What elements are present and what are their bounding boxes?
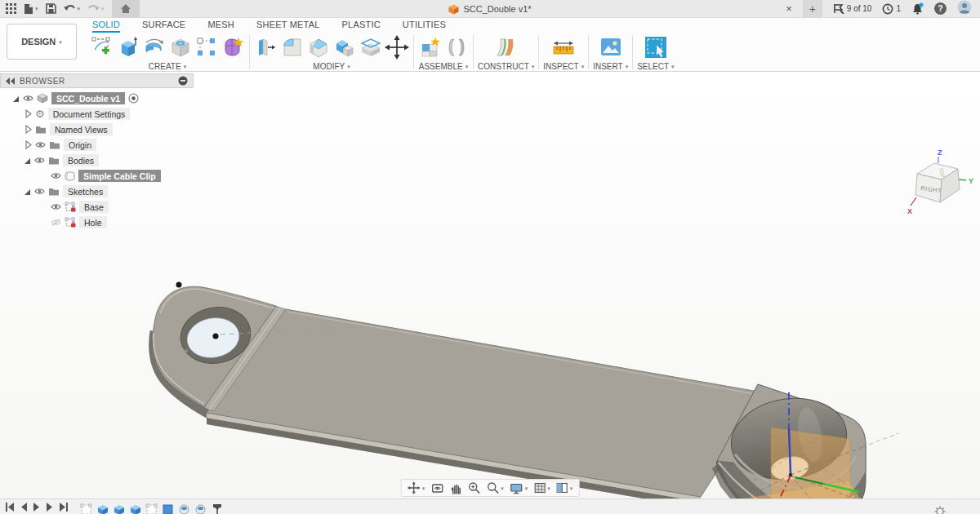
grid-settings-button[interactable]: ▾ bbox=[533, 482, 550, 494]
tab-plastic[interactable]: PLASTIC bbox=[342, 20, 381, 33]
tree-row-sketches[interactable]: Sketches bbox=[0, 184, 194, 199]
move-button[interactable] bbox=[385, 34, 409, 60]
visibility-eye-icon[interactable] bbox=[35, 140, 46, 149]
new-tab-button[interactable]: + bbox=[803, 0, 822, 18]
home-view-button[interactable] bbox=[112, 0, 140, 18]
notifications-button[interactable] bbox=[911, 2, 924, 15]
close-tab-button[interactable]: × bbox=[786, 2, 792, 15]
insert-canvas-button[interactable] bbox=[599, 34, 623, 60]
tree-label[interactable]: Simple Cable Clip bbox=[78, 170, 161, 182]
step-back-button[interactable] bbox=[20, 503, 28, 512]
activate-component-radio[interactable] bbox=[128, 93, 139, 104]
collapse-icon[interactable] bbox=[24, 125, 32, 134]
display-mode-icon[interactable] bbox=[178, 76, 188, 86]
group-label-inspect[interactable]: INSPECT▾ bbox=[543, 62, 584, 71]
view-cube[interactable]: Z TOP RIGHT Y X bbox=[906, 147, 975, 219]
visibility-eye-icon[interactable] bbox=[23, 94, 33, 103]
play-button[interactable] bbox=[33, 503, 41, 512]
tree-label[interactable]: Named Views bbox=[50, 123, 113, 135]
new-component-button[interactable] bbox=[418, 34, 443, 60]
revolve-button[interactable] bbox=[142, 34, 167, 60]
file-menu-button[interactable]: ▾ bbox=[24, 3, 38, 15]
viewports-button[interactable]: ▾ bbox=[556, 482, 573, 494]
collapse-icon[interactable] bbox=[24, 140, 32, 149]
visibility-eye-icon[interactable] bbox=[51, 202, 61, 211]
visibility-eye-icon[interactable] bbox=[34, 156, 45, 165]
offset-face-button[interactable] bbox=[359, 34, 383, 60]
tree-label[interactable]: Bodies bbox=[63, 154, 99, 166]
undo-button[interactable]: ▾ bbox=[64, 4, 81, 14]
save-button[interactable] bbox=[46, 3, 56, 14]
select-button[interactable] bbox=[644, 34, 668, 60]
tree-label[interactable]: Sketches bbox=[63, 185, 108, 197]
feature-extrude[interactable] bbox=[96, 503, 109, 514]
workspace-switcher[interactable]: DESIGN ▾ bbox=[7, 24, 77, 60]
tree-row-named-views[interactable]: Named Views bbox=[0, 122, 194, 137]
group-label-create[interactable]: CREATE▾ bbox=[149, 62, 186, 71]
tree-row-sketch-base[interactable]: Base bbox=[0, 199, 194, 215]
display-settings-button[interactable]: ▾ bbox=[510, 482, 528, 494]
timeline-settings-gear-icon[interactable] bbox=[934, 506, 946, 514]
expand-icon[interactable] bbox=[23, 157, 31, 165]
visibility-eye-icon[interactable] bbox=[51, 171, 61, 180]
history-button[interactable]: 1 bbox=[882, 3, 901, 15]
help-button[interactable]: ? bbox=[934, 2, 947, 15]
tab-sheet-metal[interactable]: SHEET METAL bbox=[256, 20, 320, 33]
tab-mesh[interactable]: MESH bbox=[207, 20, 234, 33]
tab-solid[interactable]: SOLID bbox=[92, 20, 120, 33]
tree-label[interactable]: Hole bbox=[79, 216, 107, 228]
timeline-playhead[interactable] bbox=[212, 503, 222, 514]
tree-label[interactable]: Document Settings bbox=[48, 108, 131, 120]
group-label-modify[interactable]: MODIFY▾ bbox=[313, 62, 350, 71]
expand-icon[interactable] bbox=[11, 95, 20, 103]
tree-row-root[interactable]: SCC_Double v1 bbox=[0, 91, 194, 106]
tree-row-sketch-hole[interactable]: Hole bbox=[0, 215, 194, 230]
zoom-button[interactable] bbox=[467, 481, 480, 494]
extrude-button[interactable] bbox=[116, 34, 140, 60]
group-label-insert[interactable]: INSERT▾ bbox=[593, 62, 628, 71]
feature-hole[interactable] bbox=[178, 503, 190, 514]
tree-row-body-simple-cable-clip[interactable]: Simple Cable Clip bbox=[0, 168, 194, 184]
group-label-construct[interactable]: CONSTRUCT▾ bbox=[478, 62, 534, 71]
feature-box[interactable] bbox=[162, 503, 174, 514]
group-label-assemble[interactable]: ASSEMBLE▾ bbox=[419, 62, 468, 71]
tree-label[interactable]: Base bbox=[79, 201, 109, 213]
combine-button[interactable] bbox=[332, 34, 357, 60]
hole-button[interactable] bbox=[168, 34, 193, 60]
job-status-button[interactable]: 9 of 10 bbox=[833, 3, 872, 14]
tree-label[interactable]: Origin bbox=[64, 139, 96, 151]
fit-button[interactable]: ▾ bbox=[486, 481, 504, 494]
shell-button[interactable] bbox=[306, 34, 331, 60]
redo-button[interactable]: ▾ bbox=[87, 4, 105, 14]
construction-plane-button[interactable] bbox=[494, 34, 519, 60]
skip-start-button[interactable] bbox=[5, 503, 15, 512]
pattern-button[interactable] bbox=[194, 34, 219, 60]
feature-sketch[interactable] bbox=[80, 503, 92, 514]
tab-utilities[interactable]: UTILITIES bbox=[403, 20, 446, 33]
feature-sketch[interactable] bbox=[145, 503, 158, 514]
pan-button[interactable] bbox=[449, 482, 461, 494]
expand-icon[interactable] bbox=[23, 188, 31, 196]
tree-row-origin[interactable]: Origin bbox=[0, 137, 194, 153]
step-forward-button[interactable] bbox=[46, 503, 54, 512]
tree-row-bodies[interactable]: Bodies bbox=[0, 153, 194, 168]
feature-extrude[interactable] bbox=[113, 503, 125, 514]
collapse-icon[interactable] bbox=[24, 109, 32, 118]
measure-button[interactable] bbox=[551, 34, 576, 60]
form-button[interactable] bbox=[220, 34, 245, 60]
look-at-button[interactable] bbox=[430, 482, 443, 494]
feature-extrude[interactable] bbox=[129, 503, 141, 514]
press-pull-button[interactable] bbox=[254, 34, 278, 60]
fillet-button[interactable] bbox=[280, 34, 305, 60]
tree-label-root[interactable]: SCC_Double v1 bbox=[51, 92, 125, 104]
joint-button[interactable] bbox=[444, 34, 469, 60]
orbit-button[interactable]: ▾ bbox=[408, 481, 425, 494]
skip-end-button[interactable] bbox=[59, 503, 69, 512]
avatar[interactable] bbox=[957, 0, 972, 18]
collapse-panel-icon[interactable] bbox=[6, 78, 15, 85]
visibility-eye-off-icon[interactable] bbox=[51, 218, 61, 227]
create-sketch-button[interactable] bbox=[90, 34, 114, 60]
group-label-select[interactable]: SELECT▾ bbox=[637, 62, 674, 71]
feature-hole[interactable] bbox=[194, 503, 207, 514]
visibility-eye-icon[interactable] bbox=[34, 187, 45, 196]
